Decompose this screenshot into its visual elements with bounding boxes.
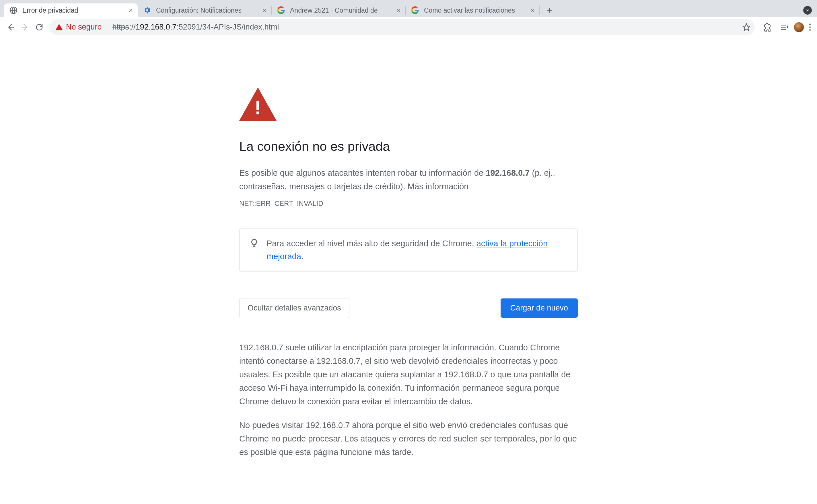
tab-title: Error de privacidad bbox=[22, 7, 126, 14]
back-button[interactable] bbox=[3, 20, 18, 34]
warning-icon bbox=[239, 87, 578, 122]
toolbar: No seguro https://192.168.0.7:52091/34-A… bbox=[0, 17, 817, 37]
browser-tab[interactable]: Andrew 2521 - Comunidad de bbox=[272, 3, 405, 17]
browser-tab[interactable]: Configuración: Notificaciones bbox=[138, 3, 271, 17]
browser-tab[interactable]: Como activar las notificaciones bbox=[405, 3, 539, 17]
lightbulb-icon bbox=[249, 238, 259, 248]
close-icon[interactable] bbox=[395, 7, 402, 14]
error-details: 192.168.0.7 suele utilizar la encriptaci… bbox=[239, 341, 578, 459]
address-bar[interactable]: No seguro https://192.168.0.7:52091/34-A… bbox=[50, 19, 755, 35]
error-summary: Es posible que algunos atacantes intente… bbox=[239, 166, 578, 193]
close-icon[interactable] bbox=[261, 7, 268, 14]
reload-button[interactable] bbox=[32, 20, 46, 34]
hide-details-button[interactable]: Ocultar detalles avanzados bbox=[239, 298, 349, 318]
security-indicator[interactable]: No seguro bbox=[55, 23, 102, 32]
google-icon bbox=[411, 6, 420, 15]
omnibox-separator bbox=[107, 23, 107, 32]
new-tab-button[interactable] bbox=[543, 3, 556, 17]
forward-button[interactable] bbox=[18, 20, 32, 34]
svg-rect-1 bbox=[256, 101, 259, 110]
button-row: Ocultar detalles avanzados Cargar de nue… bbox=[239, 298, 578, 318]
url-text: https://192.168.0.7:52091/34-APIs-JS/ind… bbox=[112, 23, 279, 32]
tab-title: Como activar las notificaciones bbox=[424, 7, 528, 14]
avatar[interactable] bbox=[794, 22, 804, 32]
browser-tab[interactable]: Error de privacidad bbox=[4, 3, 138, 17]
google-icon bbox=[277, 6, 285, 15]
gear-icon bbox=[143, 6, 151, 15]
learn-more-link[interactable]: Más información bbox=[407, 182, 469, 191]
menu-icon[interactable] bbox=[806, 21, 814, 34]
error-interstitial: La conexión no es privada Es posible que… bbox=[239, 37, 578, 459]
window-controls bbox=[803, 6, 812, 15]
chevron-down-icon[interactable] bbox=[803, 6, 812, 15]
security-label: No seguro bbox=[66, 23, 102, 32]
close-icon[interactable] bbox=[127, 7, 134, 14]
svg-rect-2 bbox=[256, 112, 259, 114]
tip-box: Para acceder al nivel más alto de seguri… bbox=[239, 228, 578, 272]
globe-icon bbox=[9, 6, 18, 15]
error-code: NET::ERR_CERT_INVALID bbox=[239, 200, 578, 208]
page-title: La conexión no es privada bbox=[239, 139, 578, 154]
reading-list-icon[interactable] bbox=[777, 20, 791, 34]
tab-title: Configuración: Notificaciones bbox=[156, 7, 260, 14]
tab-title: Andrew 2521 - Comunidad de bbox=[290, 7, 394, 14]
close-icon[interactable] bbox=[529, 7, 536, 14]
extensions-icon[interactable] bbox=[761, 20, 775, 34]
bookmark-icon[interactable] bbox=[742, 23, 751, 32]
tab-separator bbox=[539, 6, 540, 15]
tab-strip: Error de privacidad Configuración: Notif… bbox=[0, 0, 817, 17]
reload-button[interactable]: Cargar de nuevo bbox=[501, 298, 578, 318]
